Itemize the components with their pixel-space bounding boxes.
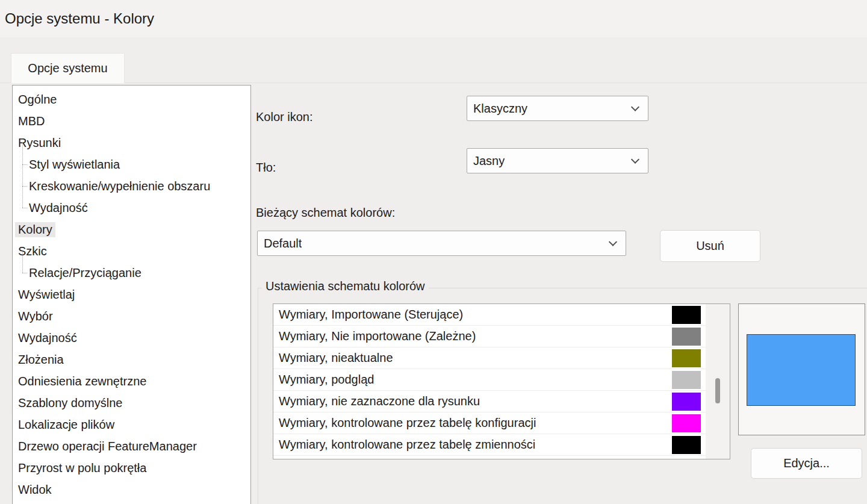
- tree-item[interactable]: Wydajność: [13, 327, 250, 349]
- color-scheme-row[interactable]: Wymiary, nie zaznaczone dla rysunku: [273, 391, 706, 412]
- color-swatch: [672, 328, 701, 346]
- tree-item[interactable]: MBD: [13, 110, 250, 132]
- color-scheme-row[interactable]: Wymiary, kontrolowane przez tabelę konfi…: [273, 412, 706, 434]
- icon-color-label: Kolor ikon:: [256, 104, 313, 129]
- tree-item-label: Styl wyświetlania: [26, 157, 123, 172]
- icon-color-value: Klasyczny: [467, 102, 527, 116]
- preview-swatch: [747, 334, 856, 406]
- color-scheme-settings-title: Ustawienia schematu kolorów: [262, 279, 429, 293]
- tree-item-label: Ogólne: [15, 92, 60, 107]
- tree-item[interactable]: Przyrost w polu pokrętła: [13, 457, 250, 479]
- current-scheme-value: Default: [258, 237, 302, 250]
- chevron-down-icon: [609, 238, 617, 246]
- tab-opcje-systemu[interactable]: Opcje systemu: [11, 53, 125, 83]
- tree-item-label: Wydajność: [15, 331, 80, 346]
- tree-item-label: Relacje/Przyciąganie: [26, 266, 144, 281]
- tree-item[interactable]: Kreskowanie/wypełnienie obszaru: [13, 175, 250, 197]
- color-scheme-row[interactable]: Wymiary, Importowane (Sterujące): [273, 304, 706, 326]
- delete-scheme-button[interactable]: Usuń: [660, 230, 760, 262]
- dialog-titlebar: Opcje systemu - Kolory: [0, 0, 867, 37]
- scrollbar[interactable]: [706, 304, 730, 459]
- chevron-down-icon: [631, 155, 639, 164]
- tree-item[interactable]: Wyświetlaj: [13, 284, 250, 305]
- edit-button-label: Edycja...: [783, 456, 830, 470]
- tree-item-label: Kreskowanie/wypełnienie obszaru: [26, 179, 213, 194]
- color-scheme-list: Wymiary, Importowane (Sterujące) Wymiary…: [273, 303, 730, 459]
- tree-item[interactable]: Styl wyświetlania: [13, 154, 250, 175]
- tree-item-label: Wybór: [15, 309, 56, 324]
- color-scheme-row-label: Wymiary, Nie importowane (Zależne): [279, 329, 476, 343]
- current-scheme-select[interactable]: Default: [257, 231, 626, 256]
- tree-item-label: Przyrost w polu pokrętła: [15, 461, 149, 476]
- tree-item[interactable]: Lokalizacje plików: [13, 414, 250, 435]
- tree-item-label: Drzewo operacji FeatureManager: [15, 439, 200, 454]
- current-scheme-label: Bieżący schemat kolorów:: [256, 200, 395, 225]
- tree-item-label: Szkic: [15, 244, 50, 259]
- tab-label: Opcje systemu: [28, 61, 107, 75]
- icon-color-select[interactable]: Klasyczny: [467, 96, 648, 121]
- tree-item-label: Widok: [15, 482, 55, 497]
- tree-item[interactable]: Kolory: [13, 219, 250, 240]
- tree-item[interactable]: Drzewo operacji FeatureManager: [13, 435, 250, 457]
- tree-item[interactable]: Relacje/Przyciąganie: [13, 262, 250, 284]
- tree-item[interactable]: Złożenia: [13, 349, 250, 370]
- color-scheme-row[interactable]: Wymiary, podgląd: [273, 369, 706, 391]
- tree-item[interactable]: Wybór: [13, 305, 250, 327]
- tree-item[interactable]: Ogólne: [13, 89, 250, 110]
- chevron-down-icon: [631, 103, 639, 111]
- tree-item-label: Lokalizacje plików: [15, 417, 117, 432]
- color-scheme-row-label: Wymiary, kontrolowane przez tabelę konfi…: [279, 416, 536, 430]
- color-swatch: [672, 371, 701, 389]
- color-scheme-row-label: Wymiary, nie zaznaczone dla rysunku: [279, 394, 480, 408]
- system-options-dialog: Opcje systemu - Kolory Opcje systemu Ogó…: [0, 0, 867, 504]
- color-preview: [738, 303, 865, 435]
- color-scheme-row[interactable]: Wymiary, nieaktualne: [273, 347, 706, 369]
- tab-strip-divider: [0, 82, 867, 83]
- color-scheme-row-label: Wymiary, kontrolowane przez tabelę zmien…: [279, 438, 535, 452]
- tree-item[interactable]: Widok: [13, 479, 250, 500]
- scrollbar-thumb[interactable]: [715, 378, 720, 403]
- tree-item[interactable]: Wydajność: [13, 197, 250, 219]
- color-swatch: [672, 349, 701, 367]
- color-swatch: [672, 436, 701, 454]
- tree-item-label: MBD: [15, 114, 48, 129]
- tree-item-label: Kolory: [15, 222, 55, 237]
- dialog-title: Opcje systemu - Kolory: [5, 0, 154, 37]
- delete-button-label: Usuń: [696, 239, 724, 253]
- options-tree: Ogólne MBD Rysunki Styl wyświetlania Kre…: [12, 85, 251, 504]
- edit-color-button[interactable]: Edycja...: [751, 448, 862, 479]
- background-value: Jasny: [467, 154, 505, 168]
- color-scheme-row[interactable]: Wymiary, Nie importowane (Zależne): [273, 326, 706, 347]
- color-scheme-row-label: Wymiary, Importowane (Sterujące): [279, 308, 463, 322]
- background-select[interactable]: Jasny: [467, 148, 648, 173]
- color-swatch: [672, 414, 701, 432]
- background-label: Tło:: [256, 155, 276, 180]
- color-scheme-row-label: Wymiary, podgląd: [279, 373, 374, 387]
- color-scheme-row[interactable]: Wymiary, kontrolowane przez tabelę zmien…: [273, 434, 706, 456]
- tree-item[interactable]: Rysunki: [13, 132, 250, 154]
- tree-item[interactable]: Szkic: [13, 240, 250, 262]
- tree-item[interactable]: Szablony domyślne: [13, 392, 250, 414]
- tree-item-label: Złożenia: [15, 352, 67, 367]
- color-scheme-row-label: Wymiary, nieaktualne: [279, 351, 393, 365]
- tree-item-label: Wyświetlaj: [15, 287, 78, 302]
- color-swatch: [672, 393, 701, 411]
- tree-item[interactable]: Odniesienia zewnętrzne: [13, 370, 250, 392]
- tree-item-label: Wydajność: [26, 201, 91, 216]
- tree-item-label: Odniesienia zewnętrzne: [15, 374, 149, 389]
- color-swatch: [672, 306, 701, 324]
- tree-item-label: Szablony domyślne: [15, 396, 125, 411]
